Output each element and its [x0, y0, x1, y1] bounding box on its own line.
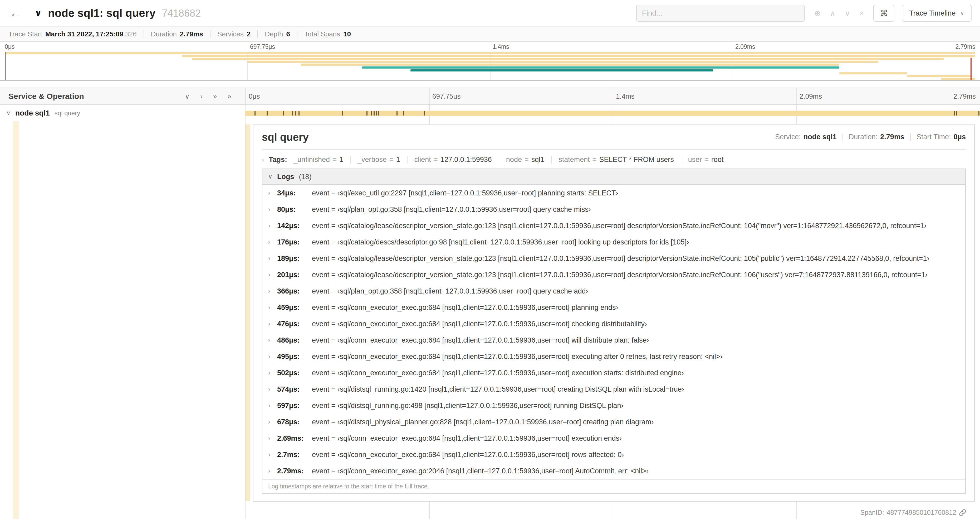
log-row[interactable]: ›2.69ms:event = ‹sql/conn_executor_exec.…: [262, 430, 965, 447]
span-bar[interactable]: [245, 111, 980, 116]
chevron-down-icon: ∨: [268, 173, 272, 180]
tag-equals: =: [592, 156, 597, 164]
keyboard-shortcuts-button[interactable]: ⌘: [873, 5, 894, 22]
timeline-view-controls: ∨›»»: [185, 92, 231, 101]
ruler-gridline: [429, 88, 430, 104]
span-detail-header: sql query Service:node sql1Duration:2.79…: [262, 130, 966, 144]
span-log-marker: [376, 111, 377, 115]
minimap-cursor: [970, 58, 972, 80]
ruler-tick-label: 2.09ms: [800, 92, 822, 101]
chevron-right-icon: ›: [268, 386, 277, 393]
top-bar-controls: ⊕∧∨× ⌘ Trace Timeline ∨: [636, 5, 972, 22]
log-row[interactable]: ›597μs:event = ‹sql/distsql_running.go:4…: [262, 398, 965, 414]
chevron-right-icon: ›: [268, 320, 277, 327]
tag-equals: =: [389, 156, 394, 164]
span-service-name: node sql1: [15, 109, 50, 117]
clear-search-icon[interactable]: ×: [859, 9, 864, 18]
log-message: event = ‹sql/conn_executor_exec.go:684 […: [312, 353, 722, 361]
log-message: event = ‹sql/conn_executor_exec.go:684 […: [312, 320, 647, 328]
log-message: event = ‹sql/plan_opt.go:358 [nsql1,clie…: [312, 287, 588, 295]
next-result-icon[interactable]: ∨: [845, 9, 850, 18]
log-row[interactable]: ›80μs:event = ‹sql/plan_opt.go:358 [nsql…: [262, 201, 965, 217]
back-button[interactable]: ←: [0, 7, 30, 19]
summary-item: Services2: [217, 30, 251, 38]
expand-all-icon[interactable]: »: [228, 92, 231, 101]
timeline-header-row: Service & Operation ∨›»» 0μs697.75μs1.4m…: [0, 88, 980, 105]
log-row[interactable]: ›459μs:event = ‹sql/conn_executor_exec.g…: [262, 299, 965, 316]
prev-result-icon[interactable]: ∧: [830, 9, 836, 18]
span-log-marker: [292, 111, 293, 115]
minimap-span-bar: [192, 58, 944, 60]
meta-value: 0μs: [953, 133, 966, 141]
summary-label: Total Spans: [304, 30, 340, 38]
logs-header[interactable]: ∨ Logs (18): [262, 169, 965, 185]
log-row[interactable]: ›495μs:event = ‹sql/conn_executor_exec.g…: [262, 348, 965, 365]
tag-divider: [407, 156, 407, 163]
trace-timeline-page: ← ∨ node sql1: sql query 7418682 ⊕∧∨× ⌘ …: [0, 0, 980, 519]
trace-collapse-chevron-icon[interactable]: ∨: [35, 8, 41, 18]
span-log-marker: [299, 111, 299, 115]
log-row[interactable]: ›2.7ms:event = ‹sql/conn_executor_exec.g…: [262, 447, 965, 463]
view-selector-button[interactable]: Trace Timeline ∨: [902, 5, 972, 22]
find-input[interactable]: [636, 5, 805, 22]
span-bar-row[interactable]: [245, 105, 980, 121]
summary-label: Duration: [151, 30, 177, 38]
log-row[interactable]: ›476μs:event = ‹sql/conn_executor_exec.g…: [262, 316, 965, 332]
summary-divider: [210, 30, 210, 38]
collapse-all-icon[interactable]: »: [213, 92, 217, 101]
collapse-one-icon[interactable]: ∨: [185, 92, 190, 101]
summary-item: Duration2.79ms: [151, 30, 203, 38]
tag-key: user: [688, 156, 702, 164]
chevron-right-icon: ›: [268, 369, 277, 377]
log-row[interactable]: ›189μs:event = ‹sql/catalog/lease/descri…: [262, 250, 965, 267]
expand-one-icon[interactable]: ›: [200, 92, 203, 101]
minimap-inner: 0μs697.75μs1.4ms2.09ms2.79ms: [5, 42, 975, 80]
span-log-marker: [342, 111, 343, 115]
chevron-right-icon: ›: [262, 156, 264, 163]
tag-value: SELECT * FROM users: [599, 156, 674, 164]
log-row[interactable]: ›142μs:event = ‹sql/catalog/lease/descri…: [262, 217, 965, 234]
log-message: event = ‹sql/conn_executor_exec.go:684 […: [312, 336, 649, 345]
spacer: [0, 81, 980, 88]
search-focus-icon[interactable]: ⊕: [814, 9, 821, 18]
chevron-right-icon: ›: [268, 287, 277, 295]
tag-divider: [551, 156, 552, 163]
minimap-canvas[interactable]: [5, 52, 975, 80]
log-row[interactable]: ›486μs:event = ‹sql/conn_executor_exec.g…: [262, 332, 965, 348]
log-row[interactable]: ›366μs:event = ‹sql/plan_opt.go:358 [nsq…: [262, 283, 965, 299]
chevron-right-icon: ›: [268, 222, 277, 230]
log-row[interactable]: ›2.79ms:event = ‹sql/conn_executor_exec.…: [262, 463, 965, 479]
log-timestamp: 574μs:: [277, 385, 312, 393]
ruler-tick-label: 0μs: [249, 92, 260, 101]
link-icon[interactable]: [959, 509, 966, 516]
chevron-right-icon: ›: [268, 451, 277, 458]
chevron-down-icon[interactable]: ∨: [6, 110, 11, 117]
log-row[interactable]: ›34μs:event = ‹sql/exec_util.go:2297 [ns…: [262, 185, 965, 201]
span-name-row[interactable]: ∨ node sql1 sql query: [0, 105, 245, 121]
tag-value: root: [711, 156, 724, 164]
tag-divider: [681, 156, 681, 163]
summary-value: 2.79ms: [180, 30, 203, 38]
log-timestamp: 189μs:: [277, 254, 312, 263]
meta-label: Duration:: [849, 133, 878, 141]
tags-accordion[interactable]: › Tags: _unfinished=1_verbose=1client=12…: [262, 153, 966, 169]
tag-item: statement=SELECT * FROM users: [558, 156, 674, 164]
log-row[interactable]: ›201μs:event = ‹sql/catalog/lease/descri…: [262, 267, 965, 283]
span-log-marker: [956, 111, 957, 115]
log-timestamp: 678μs:: [277, 418, 312, 426]
log-row[interactable]: ›176μs:event = ‹sql/catalog/descs/descri…: [262, 234, 965, 250]
log-row[interactable]: ›502μs:event = ‹sql/conn_executor_exec.g…: [262, 365, 965, 381]
timeline-minimap[interactable]: 0μs697.75μs1.4ms2.09ms2.79ms: [0, 42, 980, 81]
tag-equals: =: [332, 156, 337, 164]
log-row[interactable]: ›574μs:event = ‹sql/distsql_running.go:1…: [262, 381, 965, 398]
timeline-header-left: Service & Operation ∨›»»: [0, 88, 245, 104]
ruler-gridline: [796, 88, 797, 104]
tag-value: sql1: [531, 156, 544, 164]
log-row[interactable]: ›678μs:event = ‹sql/distsql_physical_pla…: [262, 414, 965, 430]
minimap-left-scrubber[interactable]: [5, 52, 6, 80]
tag-value: 1: [396, 156, 400, 164]
log-message: event = ‹sql/exec_util.go:2297 [nsql1,cl…: [312, 189, 618, 197]
tag-equals: =: [705, 156, 709, 164]
chevron-right-icon: ›: [268, 189, 277, 197]
log-message: event = ‹sql/conn_executor_exec.go:684 […: [312, 434, 622, 442]
